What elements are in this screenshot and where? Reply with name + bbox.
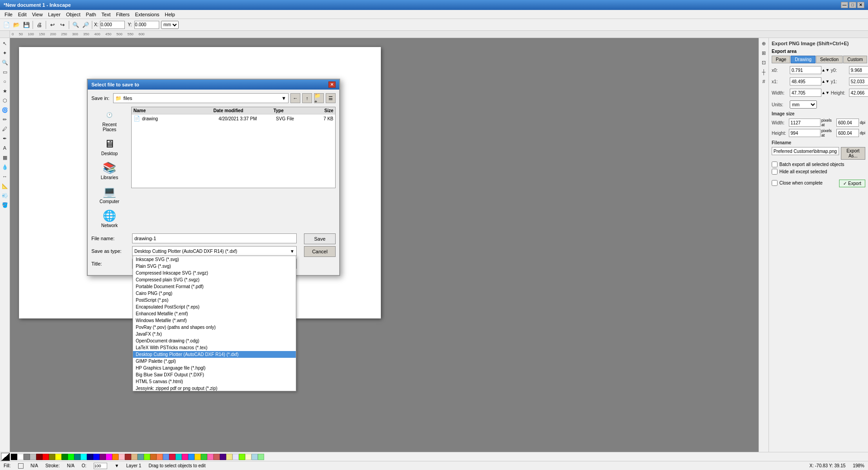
color-swatch-008000[interactable]: [62, 454, 68, 460]
dropdown-item-pdf[interactable]: Portable Document Format (*.pdf): [133, 283, 296, 290]
dropdown-item-cairo-png[interactable]: Cairo PNG (*.png): [133, 290, 296, 297]
color-swatch-00ff00[interactable]: [68, 454, 74, 460]
color-swatch-c0c0c0[interactable]: [30, 454, 36, 460]
snap-bbox-button[interactable]: ⊞: [759, 48, 768, 57]
dropdown-item-gimp-palette[interactable]: GIMP Palette (*.gpl): [133, 358, 296, 365]
color-swatch-d2691e[interactable]: [150, 454, 157, 460]
pen-tool-button[interactable]: 🖊: [0, 124, 9, 133]
close-button[interactable]: ✕: [857, 2, 864, 8]
color-swatch-cd5c5c[interactable]: [213, 454, 220, 460]
nav-network[interactable]: 🌐 Network: [94, 208, 125, 230]
color-swatch-800000[interactable]: [36, 454, 43, 460]
color-swatch-008080[interactable]: [74, 454, 81, 460]
color-swatch-dc143c[interactable]: [169, 454, 175, 460]
redo-button[interactable]: ↪: [58, 20, 67, 29]
dropdown-item-hpgl[interactable]: HP Graphics Language file (*.hpgl): [133, 365, 296, 371]
snap-grid-button[interactable]: #: [759, 77, 768, 86]
gradient-tool-button[interactable]: ▦: [0, 153, 9, 162]
nav-computer[interactable]: 💻 Computer: [94, 184, 125, 206]
open-button[interactable]: 📂: [12, 20, 21, 29]
zoom-out-button[interactable]: 🔎: [81, 20, 90, 29]
menu-help[interactable]: Help: [162, 11, 178, 18]
dropdown-item-povray[interactable]: PovRay (*.pov) (paths and shapes only): [133, 324, 296, 331]
color-swatch-32cd32[interactable]: [201, 454, 207, 460]
col-type-header[interactable]: Type: [273, 108, 313, 113]
filename-input[interactable]: [132, 233, 297, 243]
no-paint-swatch[interactable]: [1, 453, 10, 461]
y1-input[interactable]: [849, 77, 868, 85]
cancel-dialog-button[interactable]: Cancel: [304, 246, 336, 257]
select-tool-button[interactable]: ↖: [0, 39, 9, 48]
color-swatch-5f9ea0[interactable]: [138, 454, 144, 460]
export-as-button[interactable]: Export As...: [841, 147, 865, 160]
color-swatch-4b0082[interactable]: [220, 454, 226, 460]
color-swatch-6495ed[interactable]: [163, 454, 169, 460]
color-swatch-ff00ff[interactable]: [106, 454, 112, 460]
nav-back-button[interactable]: ←: [290, 93, 300, 103]
color-swatch-808000[interactable]: [49, 454, 55, 460]
color-swatch-ff1493[interactable]: [182, 454, 188, 460]
coord-x-input[interactable]: [100, 21, 125, 29]
menu-text[interactable]: Text: [99, 11, 113, 18]
zoom-in-button[interactable]: 🔍: [71, 20, 80, 29]
units-select[interactable]: mmpxpt: [790, 100, 817, 109]
color-swatch-7fff00[interactable]: [144, 454, 150, 460]
paint-bucket-button[interactable]: 🪣: [0, 200, 9, 209]
coord-y-input[interactable]: [134, 21, 159, 29]
menu-file[interactable]: File: [2, 11, 15, 18]
color-swatch-fffacd[interactable]: [245, 454, 251, 460]
hide-except-checkbox[interactable]: [772, 169, 778, 175]
dropdown-item-plain-svg[interactable]: Plain SVG (*.svg): [133, 263, 296, 270]
save-dialog-button[interactable]: Save: [304, 233, 336, 244]
menu-path[interactable]: Path: [83, 11, 99, 18]
snap-node-button[interactable]: ⊡: [759, 58, 768, 67]
menu-edit[interactable]: Edit: [15, 11, 29, 18]
menu-layer[interactable]: Layer: [45, 11, 63, 18]
color-swatch-f0e68c[interactable]: [226, 454, 232, 460]
color-swatch-a52a2a[interactable]: [125, 454, 131, 460]
new-button[interactable]: 📄: [2, 20, 11, 29]
color-swatch-0000ff[interactable]: [93, 454, 100, 460]
img-width-dpi-input[interactable]: [836, 119, 859, 127]
color-swatch-00ffff[interactable]: [81, 454, 87, 460]
dropdown-item-html5[interactable]: HTML 5 canvas (*.html): [133, 378, 296, 385]
batch-export-checkbox[interactable]: [772, 161, 778, 167]
file-row[interactable]: 📄 drawing 4/20/2021 3:37 PM SVG File 7 K…: [132, 114, 335, 123]
color-swatch-ff0000[interactable]: [43, 454, 49, 460]
print-button[interactable]: 🖨: [35, 20, 44, 29]
dropdown-item-big-blue-dxf[interactable]: Big Blue Saw DXF Output (*.DXF): [133, 371, 296, 378]
color-swatch-808080[interactable]: [24, 454, 30, 460]
nav-new-folder-button[interactable]: 📁+: [314, 93, 324, 103]
color-swatch-ff8000[interactable]: [112, 454, 119, 460]
color-swatch-90ee90[interactable]: [258, 454, 264, 460]
zoom-tool-button[interactable]: 🔍: [0, 58, 9, 67]
x0-spinner[interactable]: ▲▼: [821, 68, 830, 72]
nav-view-button[interactable]: ☰: [326, 93, 336, 103]
img-width-input[interactable]: [789, 119, 821, 127]
minimize-button[interactable]: —: [841, 2, 848, 8]
color-swatch-ff7f50[interactable]: [157, 454, 163, 460]
width-spinner[interactable]: ▲▼: [821, 90, 830, 95]
ellipse-tool-button[interactable]: ○: [0, 77, 9, 86]
color-swatch-ffff00[interactable]: [55, 454, 62, 460]
layer-selector[interactable]: ▼: [114, 463, 119, 468]
export-tab-drawing[interactable]: Drawing: [791, 56, 816, 63]
connector-tool-button[interactable]: ↔: [0, 172, 9, 181]
star-tool-button[interactable]: ★: [0, 86, 9, 95]
color-swatch-ffc0cb[interactable]: [119, 454, 125, 460]
menu-extensions[interactable]: Extensions: [132, 11, 162, 18]
col-name-header[interactable]: Name: [133, 108, 213, 113]
snap-guide-button[interactable]: ┼: [759, 67, 768, 76]
color-swatch-e6e6fa[interactable]: [232, 454, 239, 460]
pencil-tool-button[interactable]: ✏: [0, 115, 9, 124]
x0-input[interactable]: [790, 66, 821, 74]
nav-recent-places[interactable]: 🕐 Recent Places: [94, 107, 125, 134]
3d-box-tool-button[interactable]: ⬡: [0, 96, 9, 105]
color-swatch-ff69b4[interactable]: [207, 454, 213, 460]
dropdown-item-eps[interactable]: Encapsulated PostScript (*.eps): [133, 304, 296, 310]
undo-button[interactable]: ↩: [48, 20, 57, 29]
color-swatch-7cfc00[interactable]: [239, 454, 245, 460]
dropdown-item-javafx[interactable]: JavaFX (*.fx): [133, 331, 296, 337]
color-swatch-00ced1[interactable]: [175, 454, 182, 460]
img-height-input[interactable]: [789, 129, 821, 137]
